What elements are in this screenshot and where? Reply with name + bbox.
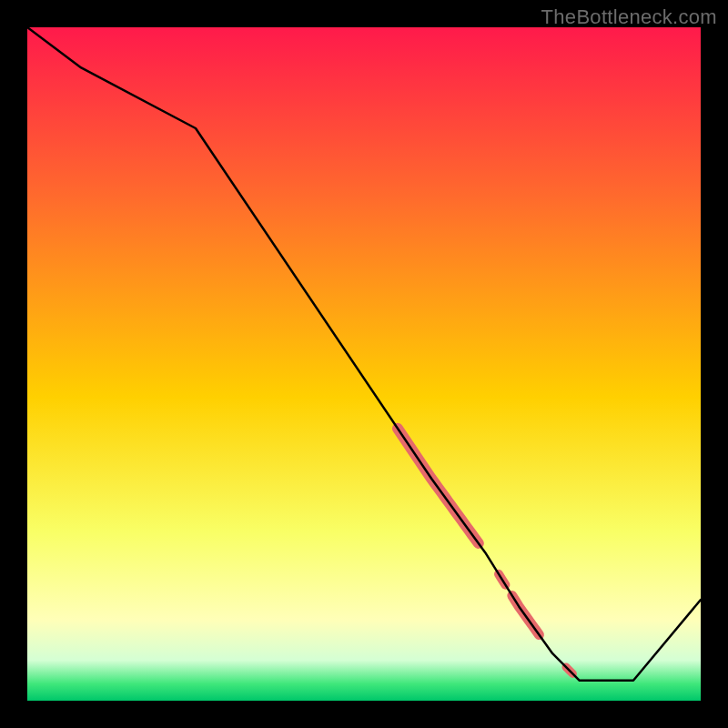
chart-frame: TheBottleneck.com xyxy=(0,0,728,728)
watermark-text: TheBottleneck.com xyxy=(541,5,717,29)
plot-area xyxy=(27,27,701,701)
bottleneck-curve-chart xyxy=(27,27,701,701)
gradient-background xyxy=(27,27,701,701)
